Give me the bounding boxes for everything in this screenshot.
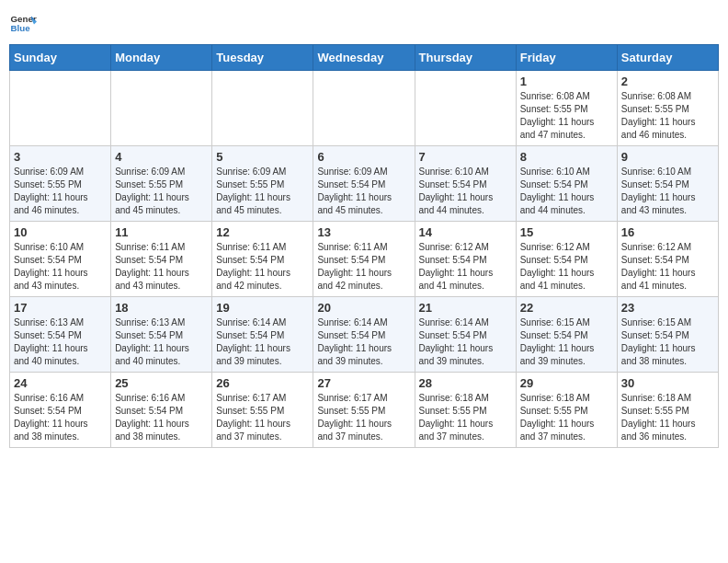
day-info: Sunrise: 6:09 AM Sunset: 5:55 PM Dayligh… [115,166,208,217]
day-number: 25 [115,376,208,390]
day-info: Sunrise: 6:17 AM Sunset: 5:55 PM Dayligh… [317,392,410,443]
calendar-cell: 24Sunrise: 6:16 AM Sunset: 5:54 PM Dayli… [10,373,111,448]
weekday-header: Sunday [10,45,111,71]
day-number: 30 [621,376,714,390]
day-number: 6 [317,150,410,164]
calendar-cell: 3Sunrise: 6:09 AM Sunset: 5:55 PM Daylig… [10,146,111,222]
calendar-cell: 18Sunrise: 6:13 AM Sunset: 5:54 PM Dayli… [111,297,212,373]
day-info: Sunrise: 6:09 AM Sunset: 5:55 PM Dayligh… [216,166,309,217]
day-number: 14 [419,225,512,239]
day-number: 16 [621,225,714,239]
calendar-table: SundayMondayTuesdayWednesdayThursdayFrid… [9,44,719,448]
day-info: Sunrise: 6:11 AM Sunset: 5:54 PM Dayligh… [216,241,309,293]
calendar-cell: 2Sunrise: 6:08 AM Sunset: 5:55 PM Daylig… [617,71,718,146]
calendar-cell [212,71,313,146]
calendar-cell: 15Sunrise: 6:12 AM Sunset: 5:54 PM Dayli… [516,222,617,297]
day-info: Sunrise: 6:12 AM Sunset: 5:54 PM Dayligh… [621,241,714,293]
calendar-cell: 30Sunrise: 6:18 AM Sunset: 5:55 PM Dayli… [617,373,718,448]
calendar-cell: 7Sunrise: 6:10 AM Sunset: 5:54 PM Daylig… [415,146,516,222]
calendar-cell: 5Sunrise: 6:09 AM Sunset: 5:55 PM Daylig… [212,146,313,222]
calendar-cell: 29Sunrise: 6:18 AM Sunset: 5:55 PM Dayli… [516,373,617,448]
day-number: 26 [216,376,309,390]
calendar-cell [415,71,516,146]
day-number: 28 [419,376,512,390]
day-number: 18 [115,301,208,315]
day-info: Sunrise: 6:10 AM Sunset: 5:54 PM Dayligh… [621,166,714,217]
calendar-week-row: 3Sunrise: 6:09 AM Sunset: 5:55 PM Daylig… [10,146,719,222]
calendar-cell: 6Sunrise: 6:09 AM Sunset: 5:54 PM Daylig… [313,146,415,222]
day-info: Sunrise: 6:10 AM Sunset: 5:54 PM Dayligh… [520,166,613,217]
day-info: Sunrise: 6:16 AM Sunset: 5:54 PM Dayligh… [115,392,208,443]
day-number: 9 [621,150,714,164]
calendar-cell: 9Sunrise: 6:10 AM Sunset: 5:54 PM Daylig… [617,146,718,222]
calendar-cell: 20Sunrise: 6:14 AM Sunset: 5:54 PM Dayli… [313,297,415,373]
day-info: Sunrise: 6:09 AM Sunset: 5:55 PM Dayligh… [14,166,107,217]
calendar-cell: 11Sunrise: 6:11 AM Sunset: 5:54 PM Dayli… [111,222,212,297]
day-number: 5 [216,150,309,164]
day-number: 11 [115,225,208,239]
day-info: Sunrise: 6:10 AM Sunset: 5:54 PM Dayligh… [419,166,512,217]
day-number: 17 [14,301,107,315]
day-number: 4 [115,150,208,164]
calendar-cell: 19Sunrise: 6:14 AM Sunset: 5:54 PM Dayli… [212,297,313,373]
day-info: Sunrise: 6:18 AM Sunset: 5:55 PM Dayligh… [520,392,613,443]
calendar-week-row: 10Sunrise: 6:10 AM Sunset: 5:54 PM Dayli… [10,222,719,297]
weekday-header: Tuesday [212,45,313,71]
day-number: 27 [317,376,410,390]
weekday-header: Friday [516,45,617,71]
calendar-cell: 17Sunrise: 6:13 AM Sunset: 5:54 PM Dayli… [10,297,111,373]
calendar-cell: 10Sunrise: 6:10 AM Sunset: 5:54 PM Dayli… [10,222,111,297]
calendar-cell: 1Sunrise: 6:08 AM Sunset: 5:55 PM Daylig… [516,71,617,146]
day-number: 20 [317,301,410,315]
day-info: Sunrise: 6:13 AM Sunset: 5:54 PM Dayligh… [115,316,208,368]
day-number: 10 [14,225,107,239]
day-info: Sunrise: 6:11 AM Sunset: 5:54 PM Dayligh… [317,241,410,293]
day-number: 21 [419,301,512,315]
day-info: Sunrise: 6:11 AM Sunset: 5:54 PM Dayligh… [115,241,208,293]
day-number: 7 [419,150,512,164]
calendar-cell: 8Sunrise: 6:10 AM Sunset: 5:54 PM Daylig… [516,146,617,222]
day-number: 13 [317,225,410,239]
calendar-cell: 23Sunrise: 6:15 AM Sunset: 5:54 PM Dayli… [617,297,718,373]
calendar-cell: 21Sunrise: 6:14 AM Sunset: 5:54 PM Dayli… [415,297,516,373]
calendar-cell: 27Sunrise: 6:17 AM Sunset: 5:55 PM Dayli… [313,373,415,448]
day-number: 29 [520,376,613,390]
calendar-cell: 22Sunrise: 6:15 AM Sunset: 5:54 PM Dayli… [516,297,617,373]
day-number: 15 [520,225,613,239]
calendar-cell: 12Sunrise: 6:11 AM Sunset: 5:54 PM Dayli… [212,222,313,297]
day-info: Sunrise: 6:08 AM Sunset: 5:55 PM Dayligh… [621,90,714,142]
calendar-cell [111,71,212,146]
day-number: 23 [621,301,714,315]
day-info: Sunrise: 6:15 AM Sunset: 5:54 PM Dayligh… [621,316,714,368]
day-number: 12 [216,225,309,239]
calendar-cell: 13Sunrise: 6:11 AM Sunset: 5:54 PM Dayli… [313,222,415,297]
day-info: Sunrise: 6:14 AM Sunset: 5:54 PM Dayligh… [419,316,512,368]
day-info: Sunrise: 6:18 AM Sunset: 5:55 PM Dayligh… [419,392,512,443]
calendar-week-row: 1Sunrise: 6:08 AM Sunset: 5:55 PM Daylig… [10,71,719,146]
weekday-header: Monday [111,45,212,71]
weekday-header: Thursday [415,45,516,71]
day-info: Sunrise: 6:14 AM Sunset: 5:54 PM Dayligh… [317,316,410,368]
day-info: Sunrise: 6:12 AM Sunset: 5:54 PM Dayligh… [520,241,613,293]
day-number: 22 [520,301,613,315]
day-info: Sunrise: 6:15 AM Sunset: 5:54 PM Dayligh… [520,316,613,368]
day-number: 24 [14,376,107,390]
day-info: Sunrise: 6:13 AM Sunset: 5:54 PM Dayligh… [14,316,107,368]
day-info: Sunrise: 6:08 AM Sunset: 5:55 PM Dayligh… [520,90,613,142]
weekday-header: Wednesday [313,45,415,71]
logo-icon: General Blue [9,9,37,37]
calendar-week-row: 24Sunrise: 6:16 AM Sunset: 5:54 PM Dayli… [10,373,719,448]
day-number: 2 [621,75,714,88]
day-number: 19 [216,301,309,315]
day-number: 1 [520,75,613,88]
day-info: Sunrise: 6:17 AM Sunset: 5:55 PM Dayligh… [216,392,309,443]
calendar-cell [10,71,111,146]
page-header: General Blue [9,9,719,37]
calendar-week-row: 17Sunrise: 6:13 AM Sunset: 5:54 PM Dayli… [10,297,719,373]
calendar-cell: 26Sunrise: 6:17 AM Sunset: 5:55 PM Dayli… [212,373,313,448]
calendar-cell: 25Sunrise: 6:16 AM Sunset: 5:54 PM Dayli… [111,373,212,448]
day-info: Sunrise: 6:10 AM Sunset: 5:54 PM Dayligh… [14,241,107,293]
day-info: Sunrise: 6:09 AM Sunset: 5:54 PM Dayligh… [317,166,410,217]
weekday-header-row: SundayMondayTuesdayWednesdayThursdayFrid… [10,45,719,71]
calendar-cell: 14Sunrise: 6:12 AM Sunset: 5:54 PM Dayli… [415,222,516,297]
